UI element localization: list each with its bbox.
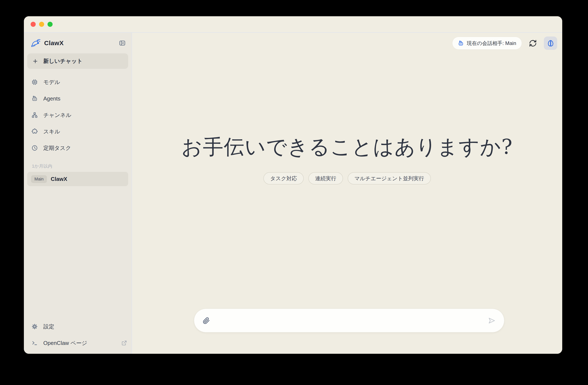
sidebar-item-label: チャンネル (43, 111, 71, 119)
external-link-icon (122, 340, 127, 346)
main-header: 現在の会話相手: Main (452, 37, 557, 50)
app-name: ClawX (44, 40, 64, 47)
desktop: { "window": { "traffic_lights": ["close"… (0, 0, 588, 385)
robot-icon (458, 40, 464, 46)
current-conversation-pill[interactable]: 現在の会話相手: Main (452, 37, 522, 50)
message-input[interactable] (215, 314, 483, 327)
memory-button[interactable] (544, 37, 557, 50)
refresh-icon (529, 39, 537, 47)
gear-icon (31, 323, 38, 330)
suggestion-chips: タスク対応 連続実行 マルチエージェント並列実行 (132, 172, 562, 184)
sidebar-item-label: OpenClaw ページ (43, 339, 87, 347)
sidebar-item-label: Agents (43, 95, 60, 102)
sidebar-item-openclaw-page[interactable]: OpenClaw ページ (27, 335, 128, 351)
cpu-chip-icon (31, 79, 38, 85)
sidebar-item-settings[interactable]: 設定 (27, 318, 128, 335)
sidebar: ClawX 新しいチャット (24, 33, 132, 354)
puzzle-icon (31, 128, 38, 135)
sidebar-item-channels[interactable]: チャンネル (27, 107, 128, 123)
chip-multi-agent-parallel[interactable]: マルチエージェント並列実行 (348, 172, 431, 184)
panel-collapse-icon (119, 40, 126, 46)
history-section-label: 1か月以内 (27, 163, 128, 169)
minimize-window-button[interactable] (39, 22, 44, 27)
conversation-label: 現在の会話相手: Main (467, 40, 516, 47)
attach-button[interactable] (202, 316, 211, 325)
zoom-window-button[interactable] (47, 22, 53, 27)
send-button[interactable] (487, 316, 497, 325)
new-chat-label: 新しいチャット (43, 57, 83, 65)
collapse-sidebar-button[interactable] (118, 39, 127, 48)
sidebar-item-scheduled-tasks[interactable]: 定期タスク (27, 140, 128, 156)
main-area: 現在の会話相手: Main お手伝 (132, 33, 562, 354)
sidebar-item-label: モデル (43, 79, 60, 86)
sidebar-item-label: 定期タスク (43, 144, 71, 152)
sidebar-item-agents[interactable]: Agents (27, 90, 128, 107)
clock-icon (31, 145, 38, 151)
brain-icon (547, 40, 554, 47)
sidebar-nav: モデル Agents (27, 74, 128, 156)
sidebar-item-skills[interactable]: スキル (27, 123, 128, 140)
sidebar-item-label: スキル (43, 128, 60, 135)
close-window-button[interactable] (31, 22, 36, 27)
chat-title: ClawX (51, 176, 67, 182)
traffic-lights (31, 22, 53, 27)
sidebar-item-label: 設定 (43, 323, 54, 330)
sidebar-header: ClawX (27, 33, 128, 53)
chip-task-support[interactable]: タスク対応 (263, 172, 304, 184)
plus-icon (32, 58, 38, 64)
terminal-icon (31, 340, 38, 346)
network-icon (31, 112, 38, 118)
agent-badge: Main (31, 175, 47, 183)
lobster-logo-icon (30, 38, 41, 48)
sidebar-footer: 設定 OpenClaw ページ (27, 318, 128, 354)
refresh-button[interactable] (528, 39, 538, 48)
window-titlebar (24, 16, 562, 33)
chip-continuous-run[interactable]: 連続実行 (308, 172, 343, 184)
send-icon (488, 317, 496, 325)
app-window: ClawX 新しいチャット (24, 16, 562, 354)
chat-history-item[interactable]: Main ClawX (27, 172, 128, 186)
new-chat-button[interactable]: 新しいチャット (27, 53, 128, 69)
sidebar-item-models[interactable]: モデル (27, 74, 128, 90)
paperclip-icon (203, 317, 210, 324)
robot-icon (31, 95, 38, 102)
welcome-heading: お手伝いできることはありますか? (132, 136, 562, 158)
composer (194, 309, 504, 332)
